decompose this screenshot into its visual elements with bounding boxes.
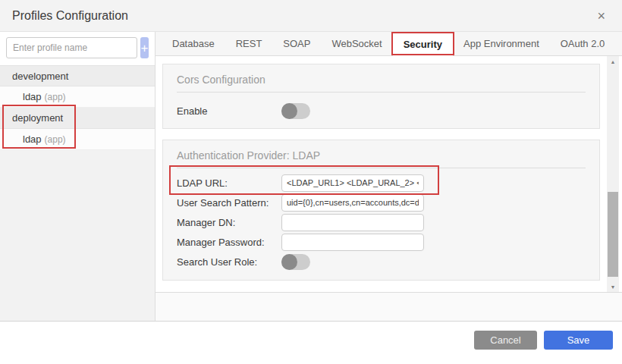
content-bottom-strip <box>156 292 622 321</box>
ldap-provider-card: Authentication Provider: LDAP LDAP URL: … <box>162 140 600 281</box>
profile-group-label: development <box>12 71 68 82</box>
dialog-footer: Cancel Save <box>0 321 622 364</box>
user-search-pattern-label: User Search Pattern: <box>177 197 281 209</box>
app-name: ldap <box>23 91 42 102</box>
manager-password-row: Manager Password: <box>177 232 586 252</box>
tab-soap[interactable]: SOAP <box>272 32 321 55</box>
cors-heading: Cors Configuration <box>177 74 586 86</box>
manager-password-label: Manager Password: <box>177 237 281 248</box>
tab-bar: Database REST SOAP WebSocket Security Ap… <box>156 32 622 56</box>
profiles-configuration-dialog: Profiles Configuration × + development l… <box>0 0 622 364</box>
add-profile-button[interactable]: + <box>140 37 149 58</box>
dialog-body: + development ldap (app) deployment ldap… <box>0 32 622 321</box>
scrollbar-thumb[interactable] <box>608 192 618 277</box>
divider <box>177 92 586 93</box>
profile-create-row: + <box>0 32 155 65</box>
vertical-scrollbar[interactable]: ▲ ▼ <box>607 56 619 292</box>
cancel-button[interactable]: Cancel <box>474 331 537 350</box>
app-name: ldap <box>23 133 42 145</box>
security-tab-content: Cors Configuration Enable Authentication… <box>156 56 622 292</box>
ldap-heading: Authentication Provider: LDAP <box>177 149 586 162</box>
cors-enable-toggle[interactable] <box>281 103 310 119</box>
ldap-url-row: LDAP URL: <box>177 173 586 193</box>
sidebar-item-deployment-ldap[interactable]: ldap (app) <box>0 129 155 150</box>
sidebar-item-deployment[interactable]: deployment <box>0 108 155 129</box>
tab-rest[interactable]: REST <box>225 32 273 55</box>
scroll-up-icon[interactable]: ▲ <box>607 56 619 67</box>
tab-database[interactable]: Database <box>162 32 225 55</box>
toggle-knob <box>281 103 297 119</box>
enable-label: Enable <box>177 105 281 117</box>
manager-dn-label: Manager DN: <box>177 217 281 228</box>
toggle-knob <box>281 254 297 270</box>
manager-password-input[interactable] <box>281 234 424 251</box>
search-user-role-label: Search User Role: <box>177 256 281 268</box>
sidebar-item-development[interactable]: development <box>0 65 155 86</box>
cors-enable-row: Enable <box>177 103 586 119</box>
search-user-role-row: Search User Role: <box>177 252 586 271</box>
manager-dn-input[interactable] <box>281 214 424 231</box>
scroll-down-icon[interactable]: ▼ <box>607 281 619 292</box>
sidebar-empty-area <box>0 150 155 321</box>
close-icon[interactable]: × <box>592 8 610 24</box>
profile-group-label: deployment <box>12 112 63 124</box>
divider <box>177 168 586 168</box>
tab-oauth[interactable]: OAuth 2.0 <box>550 32 616 55</box>
app-type-suffix: (app) <box>45 134 66 145</box>
tab-security[interactable]: Security <box>393 32 453 56</box>
user-search-pattern-input[interactable] <box>281 194 424 212</box>
tab-app-environment[interactable]: App Environment <box>453 32 550 55</box>
dialog-header: Profiles Configuration × <box>0 0 622 32</box>
tab-websocket[interactable]: WebSocket <box>321 32 392 55</box>
ldap-form: LDAP URL: User Search Pattern: Manager D… <box>177 173 586 271</box>
search-user-role-toggle[interactable] <box>281 254 310 270</box>
dialog-title: Profiles Configuration <box>12 9 128 23</box>
save-button[interactable]: Save <box>544 331 613 350</box>
sidebar-item-development-ldap[interactable]: ldap (app) <box>0 86 155 108</box>
profile-name-input[interactable] <box>6 37 137 58</box>
user-search-pattern-row: User Search Pattern: <box>177 193 586 212</box>
app-type-suffix: (app) <box>45 92 66 102</box>
scrollbar-track[interactable] <box>607 67 619 281</box>
cors-configuration-card: Cors Configuration Enable <box>162 64 600 129</box>
profiles-sidebar: + development ldap (app) deployment ldap… <box>0 32 156 321</box>
ldap-url-input[interactable] <box>281 174 424 192</box>
manager-dn-row: Manager DN: <box>177 212 586 232</box>
main-panel: Database REST SOAP WebSocket Security Ap… <box>156 32 622 321</box>
ldap-url-label: LDAP URL: <box>177 177 281 189</box>
